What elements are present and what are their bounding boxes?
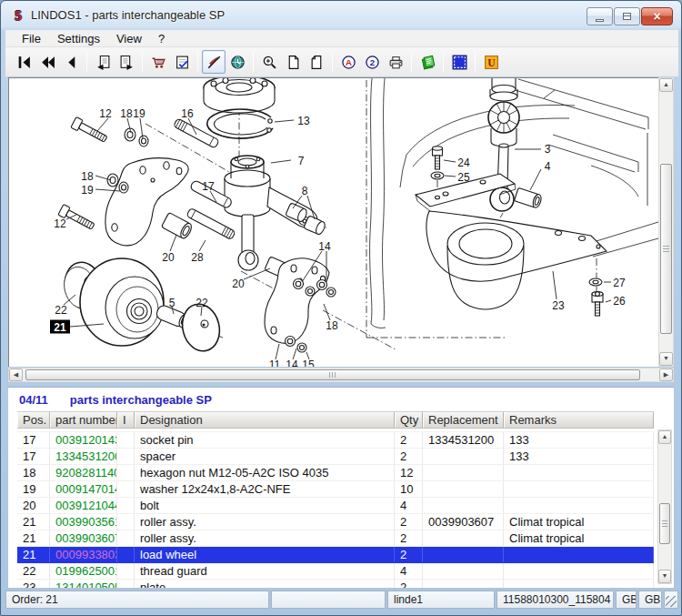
diagram-callout-5[interactable]: 5: [169, 297, 176, 309]
cell-part-number[interactable]: 0199625001: [50, 563, 117, 579]
part-row-9208281140[interactable]: 189208281140hexagon nut M12-05-A2C ISO 4…: [17, 465, 654, 481]
globe-clock-button[interactable]: [226, 50, 249, 74]
page-view-2-button[interactable]: [305, 50, 328, 74]
cell-qty[interactable]: 2: [395, 530, 423, 546]
cell-part-number[interactable]: 1334531200: [50, 449, 117, 464]
cell-qty[interactable]: 2: [395, 449, 423, 464]
diagram-callout-12[interactable]: 12: [99, 107, 112, 120]
cell-qty[interactable]: 2: [395, 580, 423, 588]
cell-pos[interactable]: 21: [17, 547, 50, 562]
notes-button[interactable]: [416, 50, 439, 74]
diagram-callout-19[interactable]: 19: [81, 184, 94, 197]
close-button[interactable]: ×: [641, 7, 673, 25]
menu-item-settings[interactable]: Settings: [49, 31, 108, 46]
cell-replacement[interactable]: [423, 530, 504, 546]
cell-part-number[interactable]: 0039121044: [50, 498, 117, 513]
print-button[interactable]: [384, 50, 407, 74]
cell-part-number[interactable]: 0039903561: [50, 514, 117, 530]
circle-2-button[interactable]: 2: [360, 50, 384, 74]
cell-interchange[interactable]: [117, 432, 135, 448]
cell-designation[interactable]: socket pin: [135, 432, 395, 448]
drawing-canvas[interactable]: 1218191613718198171220281420222152218111…: [8, 77, 658, 367]
cell-designation[interactable]: roller assy.: [135, 514, 395, 530]
cell-remarks[interactable]: Climat tropical: [504, 514, 654, 530]
cell-interchange[interactable]: [117, 563, 135, 579]
record-prev-button[interactable]: [59, 50, 83, 74]
cell-designation[interactable]: spacer: [135, 449, 395, 464]
cell-replacement[interactable]: [423, 580, 504, 588]
diagram-callout-23[interactable]: 23: [552, 299, 565, 312]
minimize-button[interactable]: [587, 7, 613, 25]
diagram-callout-4[interactable]: 4: [545, 160, 551, 173]
scroll-left-button[interactable]: ◀: [9, 369, 23, 381]
cell-interchange[interactable]: [117, 580, 135, 588]
cell-remarks[interactable]: Climat tropical: [504, 530, 654, 546]
cell-pos[interactable]: 19: [17, 481, 50, 497]
cell-part-number[interactable]: 0009933803: [50, 547, 117, 562]
cell-designation[interactable]: washer 12x24x1,8-A2C-NFE: [135, 481, 395, 497]
cell-qty[interactable]: 2: [395, 547, 423, 562]
order-form-button[interactable]: [170, 50, 194, 74]
cell-replacement[interactable]: [423, 481, 504, 497]
diagram-callout-7[interactable]: 7: [298, 155, 305, 167]
cell-qty[interactable]: 4: [395, 498, 423, 513]
shopping-cart-button[interactable]: [146, 50, 170, 74]
diagram-callout-11[interactable]: 11: [269, 358, 281, 368]
cell-pos[interactable]: 21: [17, 514, 50, 530]
diagram-callout-27[interactable]: 27: [613, 277, 626, 289]
cell-pos[interactable]: 17: [17, 449, 50, 464]
diagram-callout-22[interactable]: 22: [196, 297, 208, 309]
cell-part-number[interactable]: 1314010505: [50, 580, 117, 588]
scroll-down-button[interactable]: ▼: [659, 352, 673, 366]
menu-item-help[interactable]: ?: [150, 31, 173, 46]
cell-designation[interactable]: load wheel: [135, 547, 395, 562]
part-row-0009147014[interactable]: 190009147014washer 12x24x1,8-A2C-NFE10: [17, 481, 654, 498]
cell-part-number[interactable]: 0039903607: [50, 530, 117, 546]
cell-remarks[interactable]: 133: [504, 432, 654, 448]
cell-replacement[interactable]: 0039903607: [423, 514, 504, 530]
cell-designation[interactable]: bolt: [135, 498, 395, 513]
cell-remarks[interactable]: [504, 547, 654, 562]
diagram-callout-16[interactable]: 16: [181, 107, 194, 120]
horizontal-scroll-thumb[interactable]: [25, 369, 640, 380]
cell-interchange[interactable]: [117, 530, 135, 546]
cell-part-number[interactable]: 9208281140: [50, 465, 117, 480]
document-next-button[interactable]: [115, 50, 138, 74]
part-row-0039903607[interactable]: 210039903607roller assy.2Climat tropical: [17, 530, 654, 547]
record-prev-fast-button[interactable]: [35, 50, 59, 74]
page-view-1-button[interactable]: [281, 50, 305, 74]
part-row-1314010505[interactable]: 231314010505plate2: [17, 580, 654, 588]
record-first-button[interactable]: [12, 50, 35, 74]
part-row-0039120143[interactable]: 170039120143socket pin21334531200133: [17, 432, 654, 449]
cell-pos[interactable]: 23: [17, 580, 50, 588]
cell-remarks[interactable]: [504, 563, 654, 579]
titlebar[interactable]: 5 LINDOS1 - parts interchangeable SP ×: [1, 1, 681, 30]
cell-designation[interactable]: plate: [135, 580, 395, 588]
diagram-callout-17[interactable]: 17: [202, 180, 215, 193]
diagram-callout-18[interactable]: 18: [81, 170, 94, 183]
part-row-0009933803[interactable]: 210009933803load wheel2: [17, 547, 654, 563]
cell-qty[interactable]: 12: [395, 465, 423, 480]
part-row-0039121044[interactable]: 200039121044bolt4: [17, 498, 654, 514]
drawing-vertical-scrollbar[interactable]: ▲ ▼: [658, 77, 674, 367]
diagram-callout-26[interactable]: 26: [613, 295, 626, 308]
part-row-0199625001[interactable]: 220199625001thread guard4: [17, 563, 654, 580]
cell-designation[interactable]: roller assy.: [135, 530, 395, 546]
cell-replacement[interactable]: [423, 547, 504, 562]
cell-pos[interactable]: 21: [17, 530, 50, 546]
scroll-right-button[interactable]: ▶: [659, 369, 673, 381]
diagram-callout-28[interactable]: 28: [191, 251, 204, 264]
units-button[interactable]: U: [479, 50, 503, 74]
diagram-callout-3[interactable]: 3: [545, 143, 551, 156]
diagram-callout-20[interactable]: 20: [232, 278, 245, 290]
scroll-up-button[interactable]: ▲: [659, 78, 673, 92]
diagram-callout-21[interactable]: 21: [54, 321, 66, 334]
cell-interchange[interactable]: [117, 514, 135, 530]
cell-part-number[interactable]: 0039120143: [50, 432, 117, 448]
menu-item-view[interactable]: View: [108, 31, 150, 46]
cell-designation[interactable]: hexagon nut M12-05-A2C ISO 4035: [135, 465, 395, 480]
cell-designation[interactable]: thread guard: [135, 563, 395, 579]
maximize-button[interactable]: [614, 7, 640, 25]
cell-replacement[interactable]: [423, 449, 504, 464]
cell-qty[interactable]: 4: [395, 563, 423, 579]
